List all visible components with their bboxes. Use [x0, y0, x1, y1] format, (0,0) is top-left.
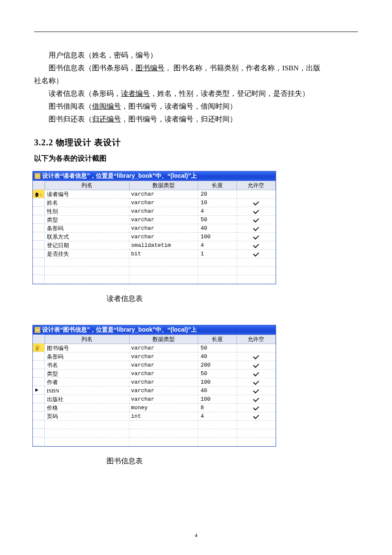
table-row[interactable]: 作者varchar100	[45, 378, 276, 387]
col-length-cell[interactable]: 40	[198, 353, 236, 361]
col-type-cell[interactable]: varchar	[129, 224, 198, 233]
col-name-cell[interactable]: 书名	[45, 361, 130, 370]
col-type-cell[interactable]: varchar	[129, 190, 198, 199]
empty-cell[interactable]	[198, 421, 236, 429]
primary-key-icon[interactable]	[33, 344, 45, 352]
col-type-cell[interactable]: varchar	[129, 199, 198, 207]
table-row-empty[interactable]	[45, 275, 276, 284]
empty-cell[interactable]	[129, 429, 198, 438]
table-row[interactable]: 登记日期smalldatetim4	[45, 241, 276, 250]
col-allownull-cell[interactable]	[236, 190, 275, 199]
table-row[interactable]: 价格money8	[45, 404, 276, 412]
table-row[interactable]: 联系方式varchar100	[45, 233, 276, 241]
col-type-cell[interactable]: varchar	[129, 370, 198, 378]
table-row[interactable]: ISBNvarchar40	[45, 387, 276, 395]
col-name-cell[interactable]: 价格	[45, 404, 130, 412]
row-selector[interactable]	[33, 437, 45, 446]
col-length-cell[interactable]: 50	[198, 344, 236, 353]
row-selector[interactable]	[33, 249, 45, 258]
col-type-cell[interactable]: varchar	[129, 378, 198, 387]
col-allownull-cell[interactable]	[236, 412, 275, 421]
col-name-cell[interactable]: 读者编号	[45, 190, 130, 199]
col-name-cell[interactable]: 姓名	[45, 199, 130, 207]
empty-cell[interactable]	[45, 258, 130, 267]
col-type-cell[interactable]: varchar	[129, 344, 198, 353]
empty-cell[interactable]	[198, 275, 236, 284]
empty-cell[interactable]	[45, 429, 130, 438]
empty-cell[interactable]	[198, 438, 236, 446]
col-length-cell[interactable]: 1	[198, 250, 236, 258]
empty-cell[interactable]	[198, 267, 236, 275]
col-allownull-cell[interactable]	[236, 370, 275, 378]
table-row[interactable]: 是否挂失bit1	[45, 250, 276, 258]
row-selector[interactable]	[33, 369, 45, 378]
col-allownull-cell[interactable]	[236, 250, 275, 258]
row-selector[interactable]	[33, 412, 45, 420]
table-row[interactable]: 页码int4	[45, 412, 276, 421]
empty-cell[interactable]	[45, 421, 130, 429]
col-length-cell[interactable]: 4	[198, 412, 236, 421]
table-row[interactable]: 性别varchar4	[45, 207, 276, 216]
col-name-cell[interactable]: ISBN	[45, 387, 130, 395]
col-allownull-cell[interactable]	[236, 387, 275, 395]
table-row-empty[interactable]	[45, 438, 276, 446]
row-selector[interactable]	[33, 420, 45, 429]
row-selector[interactable]	[33, 395, 45, 403]
col-name-cell[interactable]: 类型	[45, 370, 130, 378]
row-selector[interactable]	[33, 232, 45, 241]
empty-cell[interactable]	[129, 275, 198, 284]
col-length-cell[interactable]: 10	[198, 199, 236, 207]
col-allownull-cell[interactable]	[236, 216, 275, 224]
col-type-cell[interactable]: int	[129, 412, 198, 421]
col-name-cell[interactable]: 条形码	[45, 224, 130, 233]
col-allownull-cell[interactable]	[236, 241, 275, 250]
empty-cell[interactable]	[198, 258, 236, 267]
col-length-cell[interactable]: 20	[198, 190, 236, 199]
table-row[interactable]: 图书编号varchar50	[45, 344, 276, 353]
empty-cell[interactable]	[45, 438, 130, 446]
col-length-cell[interactable]: 40	[198, 387, 236, 395]
col-type-cell[interactable]: varchar	[129, 361, 198, 370]
row-selector[interactable]	[33, 258, 45, 266]
table-row[interactable]: 出版社varchar100	[45, 395, 276, 404]
table-row-empty[interactable]	[45, 267, 276, 275]
col-length-cell[interactable]: 4	[198, 207, 236, 216]
row-selector[interactable]	[33, 275, 45, 283]
table-row[interactable]: 类型varchar50	[45, 370, 276, 378]
col-name-cell[interactable]: 性别	[45, 207, 130, 216]
empty-cell[interactable]	[236, 438, 275, 446]
col-name-cell[interactable]: 作者	[45, 378, 130, 387]
col-type-cell[interactable]: bit	[129, 250, 198, 258]
col-type-cell[interactable]: varchar	[129, 233, 198, 241]
table-row[interactable]: 姓名varchar10	[45, 199, 276, 207]
row-selector[interactable]	[33, 403, 45, 412]
empty-cell[interactable]	[129, 421, 198, 429]
table-row[interactable]: 条形码varchar40	[45, 224, 276, 233]
col-type-cell[interactable]: money	[129, 404, 198, 412]
col-allownull-cell[interactable]	[236, 207, 275, 216]
table-row[interactable]: 条形码varchar40	[45, 353, 276, 361]
table-row[interactable]: 类型varchar50	[45, 216, 276, 224]
table-row-empty[interactable]	[45, 429, 276, 438]
col-name-cell[interactable]: 联系方式	[45, 233, 130, 241]
col-allownull-cell[interactable]	[236, 378, 275, 387]
col-length-cell[interactable]: 40	[198, 224, 236, 233]
empty-cell[interactable]	[236, 267, 275, 275]
row-selector[interactable]	[33, 224, 45, 232]
row-selector[interactable]	[33, 429, 45, 437]
col-name-cell[interactable]: 出版社	[45, 395, 130, 404]
empty-cell[interactable]	[236, 421, 275, 429]
primary-key-icon[interactable]	[33, 190, 45, 198]
col-allownull-cell[interactable]	[236, 395, 275, 404]
col-allownull-cell[interactable]	[236, 233, 275, 241]
col-allownull-cell[interactable]	[236, 224, 275, 233]
empty-cell[interactable]	[236, 429, 275, 438]
empty-cell[interactable]	[129, 267, 198, 275]
empty-cell[interactable]	[129, 258, 198, 267]
row-selector[interactable]	[33, 352, 45, 361]
col-length-cell[interactable]: 4	[198, 241, 236, 250]
row-selector[interactable]	[33, 241, 45, 249]
col-allownull-cell[interactable]	[236, 353, 275, 361]
col-type-cell[interactable]: varchar	[129, 353, 198, 361]
col-allownull-cell[interactable]	[236, 361, 275, 370]
